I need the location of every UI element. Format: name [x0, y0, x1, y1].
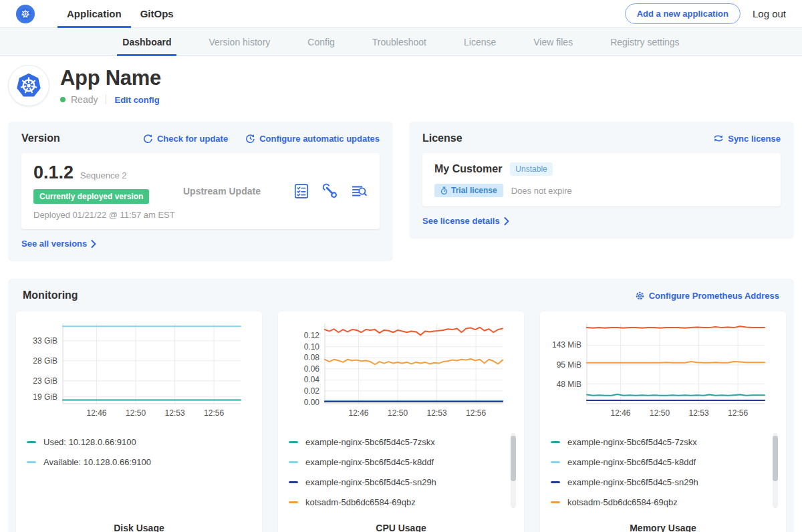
- nav-tab-gitops[interactable]: GitOps: [131, 0, 183, 27]
- svg-text:143 MiB: 143 MiB: [552, 340, 581, 350]
- config-wrench-icon[interactable]: [321, 182, 339, 200]
- svg-text:95 MiB: 95 MiB: [557, 360, 581, 370]
- svg-text:0.12: 0.12: [304, 331, 320, 340]
- series-dash: [289, 481, 298, 483]
- cpu-usage-legend: example-nginx-5bc6f5d4c5-7zskx example-n…: [289, 432, 513, 512]
- check-for-update-link[interactable]: Check for update: [143, 134, 228, 144]
- see-all-versions-label: See all versions: [21, 239, 87, 249]
- tab-registry-settings-label: Registry settings: [610, 37, 679, 47]
- tab-license-label: License: [464, 37, 496, 47]
- tab-troubleshoot-label: Troubleshoot: [372, 37, 426, 47]
- edit-config-link[interactable]: Edit config: [114, 95, 159, 105]
- tab-config[interactable]: Config: [289, 28, 353, 55]
- legend-item[interactable]: kotsadm-5db6dc6584-69qbz: [551, 492, 766, 512]
- trial-license-badge: Trial license: [434, 184, 503, 197]
- svg-text:19 GiB: 19 GiB: [33, 392, 57, 402]
- legend-item[interactable]: kotsadm-5db6dc6584-69qbz: [289, 492, 504, 512]
- status-badge: Ready: [71, 94, 98, 105]
- configure-prometheus-link[interactable]: Configure Prometheus Address: [635, 291, 779, 301]
- configure-automatic-updates-link[interactable]: Configure automatic updates: [245, 134, 380, 144]
- sync-arrows-icon: [713, 134, 724, 143]
- tab-dashboard[interactable]: Dashboard: [104, 28, 190, 55]
- see-license-details-link[interactable]: See license details: [422, 216, 509, 226]
- legend-item[interactable]: Used: 10.128.0.66:9100: [27, 432, 242, 452]
- legend-item[interactable]: example-nginx-5bc6f5d4c5-k8ddf: [551, 452, 766, 472]
- series-label: example-nginx-5bc6f5d4c5-7zskx: [305, 437, 435, 447]
- scrollbar-thumb[interactable]: [773, 436, 778, 481]
- chevron-right-icon: [91, 240, 96, 248]
- legend-item[interactable]: example-nginx-5bc6f5d4c5-7zskx: [551, 432, 766, 452]
- app-sub-nav: Dashboard Version history Config Trouble…: [0, 28, 802, 56]
- svg-text:33 GiB: 33 GiB: [33, 336, 57, 346]
- legend-item[interactable]: example-nginx-5bc6f5d4c5-sn29h: [551, 472, 766, 492]
- app-header: App Name Ready Edit config: [0, 56, 802, 116]
- tab-registry-settings[interactable]: Registry settings: [591, 28, 698, 55]
- tab-troubleshoot[interactable]: Troubleshoot: [354, 28, 445, 55]
- series-label: example-nginx-5bc6f5d4c5-sn29h: [567, 477, 698, 487]
- monitoring-section: Monitoring Configure Prometheus Address …: [8, 279, 794, 532]
- version-number: 0.1.2: [33, 162, 74, 183]
- svg-text:12:46: 12:46: [349, 408, 369, 418]
- svg-text:0.04: 0.04: [304, 375, 320, 384]
- legend-item[interactable]: Available: 10.128.0.66:9100: [27, 452, 242, 472]
- trial-license-label: Trial license: [451, 186, 497, 195]
- svg-text:12:53: 12:53: [689, 408, 709, 418]
- series-dash: [27, 461, 36, 463]
- svg-text:0.10: 0.10: [304, 342, 320, 352]
- sequence-label: Sequence 2: [80, 170, 126, 180]
- legend-scrollbar[interactable]: [773, 433, 778, 508]
- svg-text:48 MiB: 48 MiB: [557, 380, 581, 389]
- top-nav-right: Add a new application Log out: [625, 3, 786, 24]
- chevron-right-icon: [504, 217, 509, 225]
- legend-item[interactable]: example-nginx-5bc6f5d4c5-sn29h: [289, 472, 504, 492]
- sync-license-link[interactable]: Sync license: [713, 134, 781, 144]
- tab-view-files[interactable]: View files: [515, 28, 591, 55]
- legend-item[interactable]: example-nginx-5bc6f5d4c5-7zskx: [289, 432, 504, 452]
- svg-text:0.00: 0.00: [304, 398, 320, 407]
- check-for-update-label: Check for update: [157, 134, 228, 144]
- top-nav-tabs: Application GitOps: [57, 0, 183, 27]
- license-card: License Sync license My Cust: [409, 122, 794, 239]
- tab-view-files-label: View files: [533, 37, 573, 47]
- svg-text:12:56: 12:56: [204, 408, 224, 418]
- tab-license[interactable]: License: [445, 28, 515, 55]
- monitoring-title: Monitoring: [23, 289, 78, 301]
- svg-text:12:50: 12:50: [650, 408, 670, 418]
- legend-item[interactable]: example-nginx-5bc6f5d4c5-k8ddf: [289, 452, 504, 472]
- tab-version-history[interactable]: Version history: [190, 28, 289, 55]
- tab-config-label: Config: [307, 37, 334, 47]
- series-dash: [27, 441, 36, 443]
- series-dash: [289, 441, 298, 443]
- legend-scrollbar[interactable]: [511, 433, 516, 508]
- add-application-button[interactable]: Add a new application: [625, 3, 741, 24]
- see-license-details-label: See license details: [422, 216, 500, 226]
- logout-button[interactable]: Log out: [753, 8, 786, 19]
- nav-tab-application[interactable]: Application: [57, 0, 131, 27]
- memory-usage-legend: example-nginx-5bc6f5d4c5-7zskx example-n…: [551, 432, 775, 512]
- kubernetes-logo-icon: [16, 5, 35, 23]
- series-dash: [551, 481, 560, 483]
- status-dot: [60, 97, 65, 102]
- refresh-icon: [143, 134, 153, 144]
- gear-icon: [635, 291, 645, 301]
- preflight-checks-icon[interactable]: [293, 182, 310, 200]
- series-label: Used: 10.128.0.66:9100: [43, 437, 136, 447]
- chart-title: CPU Usage: [289, 512, 513, 532]
- see-all-versions-link[interactable]: See all versions: [21, 239, 96, 249]
- disk-usage-chart-card: 12:4612:5012:5312:5633 GiB28 GiB23 GiB19…: [16, 311, 262, 532]
- svg-text:12:46: 12:46: [611, 408, 631, 418]
- scrollbar-thumb[interactable]: [511, 436, 516, 481]
- tab-version-history-label: Version history: [209, 37, 270, 47]
- series-label: Available: 10.128.0.66:9100: [43, 457, 151, 467]
- channel-badge: Unstable: [510, 162, 552, 176]
- kubernetes-app-icon: [15, 72, 42, 99]
- version-card-title: Version: [21, 132, 60, 144]
- series-dash: [551, 501, 560, 503]
- svg-text:12:53: 12:53: [427, 408, 447, 418]
- cpu-usage-chart-card: 12:4612:5012:5312:560.120.100.080.060.04…: [278, 311, 524, 532]
- svg-text:12:53: 12:53: [165, 408, 185, 418]
- expiry-text: Does not expire: [511, 186, 572, 196]
- svg-text:12:56: 12:56: [728, 408, 748, 418]
- view-logs-icon[interactable]: [350, 182, 368, 200]
- svg-text:23 GiB: 23 GiB: [33, 376, 57, 386]
